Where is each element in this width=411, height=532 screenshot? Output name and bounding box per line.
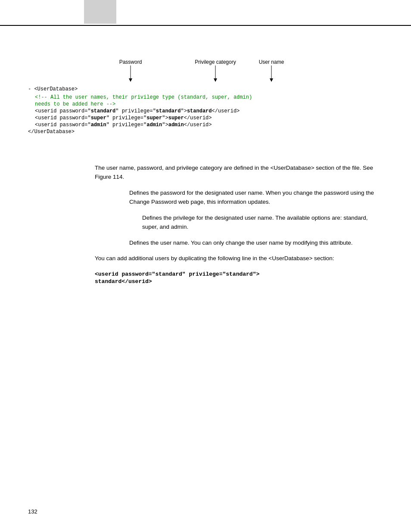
privilege-category-label: Privilege category	[195, 59, 236, 65]
code-line5: <userid password="super" privilege="supe…	[35, 115, 212, 121]
code-bottom-text: <userid password="standard" privilege="s…	[95, 271, 259, 285]
top-bar	[0, 0, 411, 26]
para5: You can add additional users by duplicat…	[95, 254, 383, 263]
main-content: Password Privilege category User name - …	[28, 56, 383, 285]
page-number: 132	[28, 508, 37, 515]
code-line4: <userid password="standard" privilege="s…	[35, 108, 240, 114]
user-name-label: User name	[259, 59, 284, 65]
description-section: The user name, password, and privilege c…	[28, 164, 383, 285]
code-bottom-block: <userid password="standard" privilege="s…	[95, 270, 383, 285]
code-line2: <!-- All the user names, their privilege…	[35, 94, 252, 100]
para2: Defines the password for the designated …	[129, 189, 383, 207]
para4: Defines the user name. You can only chan…	[129, 239, 383, 248]
code-section: Password Privilege category User name - …	[28, 56, 383, 151]
password-arrow-head	[129, 78, 132, 82]
para1: The user name, password, and privilege c…	[95, 164, 383, 182]
code-line7: </UserDatabase>	[28, 129, 75, 135]
username-arrow-head	[270, 78, 273, 82]
arrows-svg: Password Privilege category User name - …	[28, 56, 381, 151]
code-line3: needs to be added here -->	[35, 101, 115, 107]
code-line1: - <UserDatabase>	[28, 86, 78, 92]
para3: Defines the privilege for the designated…	[142, 214, 383, 232]
top-bar-accent	[84, 0, 116, 24]
code-line6: <userid password="admin" privilege="admi…	[35, 122, 212, 128]
privilege-arrow-head	[214, 78, 217, 82]
password-label: Password	[119, 59, 142, 65]
